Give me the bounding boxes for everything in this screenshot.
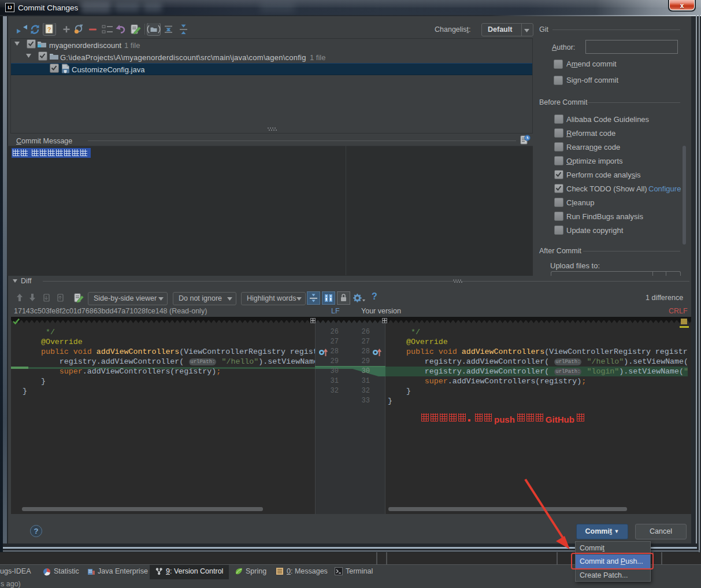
svg-text:?: ?: [47, 26, 51, 33]
